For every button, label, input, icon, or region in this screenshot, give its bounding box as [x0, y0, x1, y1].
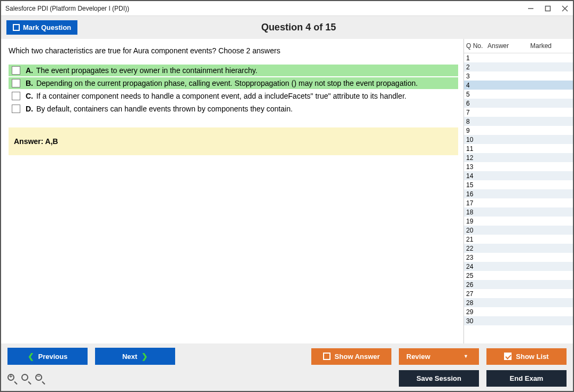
review-button[interactable]: Review ▼: [399, 348, 479, 365]
qno-cell: 4: [466, 82, 487, 89]
qno-cell: 8: [466, 118, 487, 125]
question-list-row[interactable]: 30: [464, 316, 573, 325]
option-row[interactable]: C. If a container component needs to han…: [9, 90, 458, 102]
qno-cell: 10: [466, 136, 487, 143]
zoom-reset-icon[interactable]: [21, 374, 31, 383]
question-list-row[interactable]: 6: [464, 99, 573, 108]
question-list-row[interactable]: 12: [464, 153, 573, 162]
caret-down-icon: ▼: [463, 354, 468, 359]
col-marked: Marked: [530, 42, 562, 50]
qno-cell: 23: [466, 254, 487, 261]
question-text: Which two characteristics are true for A…: [9, 46, 458, 55]
question-list-row[interactable]: 9: [464, 126, 573, 135]
show-answer-label: Show Answer: [335, 353, 380, 361]
question-list[interactable]: 1234567891011121314151617181920212223242…: [464, 53, 573, 343]
option-text: A. The event propagates to every owner i…: [26, 66, 257, 75]
question-list-row[interactable]: 22: [464, 244, 573, 253]
answer-box: Answer: A,B: [9, 127, 458, 155]
question-list-row[interactable]: 25: [464, 271, 573, 280]
show-list-button[interactable]: Show List: [486, 348, 567, 365]
qno-cell: 11: [466, 145, 487, 153]
option-text: C. If a container component needs to han…: [26, 92, 406, 100]
question-list-row[interactable]: 19: [464, 217, 573, 226]
question-list-row[interactable]: 15: [464, 180, 573, 189]
qno-cell: 22: [466, 245, 487, 252]
question-list-row[interactable]: 8: [464, 117, 573, 126]
qno-cell: 9: [466, 127, 487, 134]
previous-button[interactable]: ❮ Previous: [7, 348, 88, 365]
end-exam-label: End Exam: [510, 374, 544, 382]
titlebar: Salesforce PDI (Platform Developer I (PD…: [1, 1, 573, 16]
question-list-row[interactable]: 24: [464, 262, 573, 271]
option-row[interactable]: D. By default, containers can handle eve…: [9, 103, 458, 115]
review-label: Review: [406, 353, 430, 361]
question-list-row[interactable]: 20: [464, 226, 573, 235]
qno-cell: 2: [466, 63, 487, 71]
qno-cell: 29: [466, 308, 487, 316]
qno-cell: 28: [466, 299, 487, 307]
option-checkbox[interactable]: [12, 79, 20, 87]
question-list-row[interactable]: 16: [464, 189, 573, 198]
qno-cell: 21: [466, 236, 487, 243]
qno-cell: 24: [466, 263, 487, 270]
zoom-in-icon[interactable]: +: [7, 374, 17, 383]
qno-cell: 25: [466, 272, 487, 279]
question-content: Which two characteristics are true for A…: [1, 39, 463, 343]
question-list-row[interactable]: 14: [464, 171, 573, 180]
question-list-row[interactable]: 18: [464, 207, 573, 217]
qno-cell: 3: [466, 73, 487, 80]
option-checkbox[interactable]: [12, 66, 20, 75]
next-label: Next: [122, 353, 137, 361]
question-list-row[interactable]: 21: [464, 235, 573, 244]
mark-checkbox-icon: [13, 24, 20, 31]
qno-cell: 17: [466, 199, 487, 207]
previous-label: Previous: [38, 353, 68, 361]
col-answer: Answer: [487, 42, 530, 50]
option-row[interactable]: B. Depending on the current propagation …: [9, 77, 458, 89]
minimize-button[interactable]: [527, 5, 534, 12]
question-list-row[interactable]: 26: [464, 280, 573, 289]
chevron-right-icon: ❯: [141, 352, 148, 361]
qno-cell: 19: [466, 218, 487, 225]
save-session-label: Save Session: [416, 374, 461, 382]
qno-cell: 1: [466, 54, 487, 62]
question-list-row[interactable]: 23: [464, 253, 573, 262]
svg-rect-1: [546, 6, 551, 11]
question-list-row[interactable]: 11: [464, 144, 573, 153]
question-list-row[interactable]: 13: [464, 162, 573, 171]
qno-cell: 15: [466, 181, 487, 189]
question-list-row[interactable]: 4: [464, 81, 573, 90]
qno-cell: 18: [466, 209, 487, 216]
option-checkbox[interactable]: [12, 105, 20, 113]
qno-cell: 6: [466, 100, 487, 107]
end-exam-button[interactable]: End Exam: [486, 370, 567, 387]
close-button[interactable]: [561, 5, 569, 12]
question-list-row[interactable]: 3: [464, 71, 573, 81]
window-title: Salesforce PDI (Platform Developer I (PD…: [5, 5, 527, 12]
question-list-row[interactable]: 28: [464, 298, 573, 307]
question-list-row[interactable]: 5: [464, 90, 573, 99]
question-list-row[interactable]: 27: [464, 289, 573, 298]
qno-cell: 12: [466, 154, 487, 162]
option-checkbox[interactable]: [12, 92, 20, 100]
question-list-panel: Q No. Answer Marked 12345678910111213141…: [463, 39, 573, 343]
question-list-row[interactable]: 10: [464, 135, 573, 144]
option-text: B. Depending on the current propagation …: [26, 79, 418, 87]
question-list-row[interactable]: 17: [464, 198, 573, 207]
show-answer-checkbox-icon: [323, 353, 331, 360]
question-list-row[interactable]: 2: [464, 62, 573, 71]
zoom-out-icon[interactable]: −: [35, 374, 45, 383]
maximize-button[interactable]: [544, 5, 552, 12]
qno-cell: 7: [466, 109, 487, 116]
show-answer-button[interactable]: Show Answer: [311, 348, 391, 365]
question-list-row[interactable]: 1: [464, 53, 573, 62]
chevron-left-icon: ❮: [28, 352, 34, 361]
question-list-header: Q No. Answer Marked: [464, 39, 573, 53]
qno-cell: 14: [466, 172, 487, 180]
question-list-row[interactable]: 29: [464, 307, 573, 316]
option-row[interactable]: A. The event propagates to every owner i…: [9, 65, 458, 76]
save-session-button[interactable]: Save Session: [399, 370, 479, 387]
show-list-checkbox-icon: [504, 353, 512, 360]
next-button[interactable]: Next ❯: [95, 348, 175, 365]
question-list-row[interactable]: 7: [464, 108, 573, 117]
